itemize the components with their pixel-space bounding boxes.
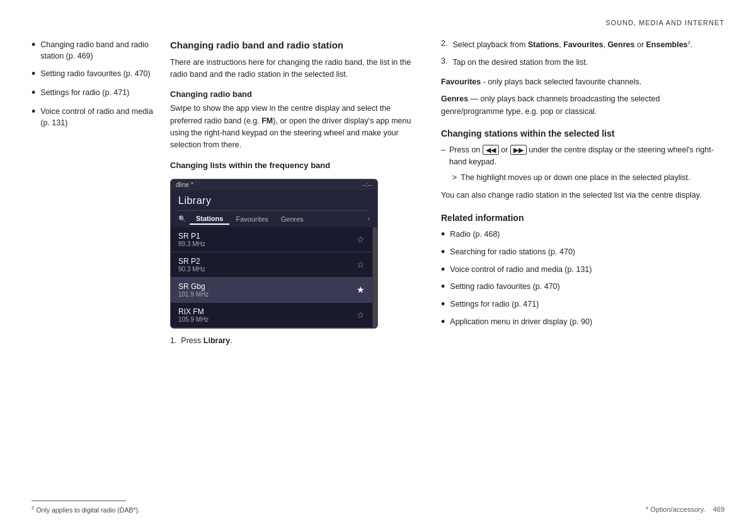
header-title: SOUND, MEDIA AND INTERNET <box>605 19 724 26</box>
extra-para: You can also change radio station in the… <box>441 190 724 201</box>
related-title: Related information <box>441 212 724 224</box>
footnote: 2 Only applies to digital radio (DAB*). <box>32 505 724 514</box>
screen-top-left: dline * <box>176 181 193 188</box>
station-name: SR Gbg <box>178 282 209 291</box>
list-item: Setting radio favourites (p. 470) <box>441 281 724 293</box>
list-item: Voice control of radio and media (p. 131… <box>441 264 724 276</box>
related-list: Radio (p. 468) Searching for radio stati… <box>441 229 724 329</box>
search-icon: 🔍 <box>178 215 186 222</box>
star-icon: ☆ <box>357 259 365 269</box>
section2-title: Changing stations within the selected li… <box>441 128 724 139</box>
list-item-text: Voice control of radio and media (p. 131… <box>450 264 592 275</box>
footnote-text-content: Only applies to digital radio (DAB*). <box>36 506 140 513</box>
step3-number: 3. <box>441 57 447 65</box>
caption: 1. Press Library. <box>170 335 416 347</box>
mid-column: Changing radio band and radio station Th… <box>170 39 435 347</box>
list-item-text: Application menu in driver display (p. 9… <box>450 316 592 327</box>
station-freq: 101.9 MHz <box>178 291 209 298</box>
screen-station-item-selected[interactable]: SR Gbg 101.9 MHz ★ <box>171 278 372 303</box>
sub1-body: Swipe to show the app view in the centre… <box>170 103 416 152</box>
superscript-2: 2 <box>688 40 690 45</box>
list-item-text: Setting radio favourites (p. 470) <box>40 68 150 79</box>
list-item-text: Setting radio favourites (p. 470) <box>450 281 559 292</box>
favourites-label: Favourites <box>441 77 481 86</box>
screen-station-list: SR P1 89.3 MHz ☆ SR P2 90.3 MHz ☆ <box>171 227 372 328</box>
list-item: Setting radio favourites (p. 470) <box>32 68 158 81</box>
list-item-text: Changing radio band and radio station (p… <box>40 39 158 62</box>
step2-number: 2. <box>441 39 447 48</box>
step-3: 3. Tap on the desired station from the l… <box>441 57 724 69</box>
station-name: SR P2 <box>178 257 205 266</box>
screen-station-item[interactable]: SR P2 90.3 MHz ☆ <box>171 252 372 278</box>
list-item-text: Searching for radio stations (p. 470) <box>450 246 575 258</box>
favourites-note: Favourites - only plays back selected fa… <box>441 76 724 88</box>
list-item-text: Settings for radio (p. 471) <box>450 298 539 310</box>
screen-tab-favourites[interactable]: Favourites <box>229 214 274 224</box>
toc-list: Changing radio band and radio station (p… <box>32 39 158 128</box>
page-header: SOUND, MEDIA AND INTERNET <box>32 19 724 26</box>
star-icon: ☆ <box>357 310 365 320</box>
station-freq: 105.9 MHz <box>178 316 209 323</box>
screen-tab-stations[interactable]: Stations <box>190 213 229 225</box>
left-column: Changing radio band and radio station (p… <box>32 39 170 347</box>
list-item-text: Settings for radio (p. 471) <box>40 87 129 98</box>
screen-mockup: dline * --:-- Library 🔍 Stations Favouri… <box>170 179 378 329</box>
footnote-number: 2 <box>32 505 34 511</box>
station-name: RIX FM <box>178 307 209 316</box>
step-2: 2. Select playback from Stations, Favour… <box>441 39 724 52</box>
screen-top-right: --:-- <box>362 181 372 188</box>
intro-paragraph: There are instructions here for changing… <box>170 57 416 81</box>
page-number: 469 <box>713 506 724 513</box>
screen-list-container: SR P1 89.3 MHz ☆ SR P2 90.3 MHz ☆ <box>171 227 377 328</box>
screen-tab-arrow: › <box>368 215 370 222</box>
list-item: Changing radio band and radio station (p… <box>32 39 158 62</box>
screen-library-title: Library <box>178 195 370 207</box>
screen-tab-genres[interactable]: Genres <box>275 214 310 224</box>
genres-text: — only plays back channels broadcasting … <box>441 94 660 115</box>
list-item-text: Voice control of radio and media (p. 131… <box>40 106 158 128</box>
screen-scrollbar <box>372 227 377 328</box>
list-item: Application menu in driver display (p. 9… <box>441 316 724 329</box>
station-name: SR P1 <box>178 232 205 241</box>
arrow-item: > The highlight moves up or down one pla… <box>452 172 724 184</box>
step2-text: Select playback from Stations, Favourite… <box>452 39 692 52</box>
screen-tabs: 🔍 Stations Favourites Genres › <box>178 210 370 225</box>
sub1-title: Changing radio band <box>170 89 416 99</box>
dash-item: – Press on ◀◀ or ▶▶ under the centre dis… <box>441 144 724 168</box>
main-section-title: Changing radio band and radio station <box>170 39 416 52</box>
footnote-divider <box>32 501 126 501</box>
genres-note: Genres — only plays back channels broadc… <box>441 93 724 118</box>
star-filled-icon: ★ <box>357 285 365 295</box>
page-note: * Option/accessory. <box>646 506 706 513</box>
genres-label: Genres <box>441 94 468 103</box>
arrow-symbol: > <box>452 172 457 184</box>
station-freq: 89.3 MHz <box>178 241 205 247</box>
page-footer: 2 Only applies to digital radio (DAB*). <box>32 501 724 514</box>
list-item-text: Radio (p. 468) <box>450 229 500 240</box>
star-icon: ☆ <box>357 234 365 244</box>
station-freq: 90.3 MHz <box>178 266 205 273</box>
list-item: Settings for radio (p. 471) <box>441 298 724 311</box>
next-button-icon: ▶▶ <box>510 145 527 155</box>
favourites-text: - only plays back selected favourite cha… <box>483 77 642 86</box>
step3-text: Tap on the desired station from the list… <box>452 57 588 69</box>
dash-symbol: – <box>441 144 445 156</box>
sub2-title: Changing lists within the frequency band <box>170 161 416 170</box>
screen-top-bar: dline * --:-- <box>171 179 377 190</box>
list-item: Searching for radio stations (p. 470) <box>441 246 724 259</box>
arrow-text: The highlight moves up or down one place… <box>461 172 690 184</box>
screen-library-header: Library 🔍 Stations Favourites Genres › <box>171 190 377 227</box>
screen-station-item[interactable]: SR P1 89.3 MHz ☆ <box>171 227 372 252</box>
screen-station-item[interactable]: RIX FM 105.9 MHz ☆ <box>171 303 372 328</box>
list-item: Settings for radio (p. 471) <box>32 87 158 99</box>
list-item: Voice control of radio and media (p. 131… <box>32 106 158 128</box>
dash-text: Press on ◀◀ or ▶▶ under the centre displ… <box>449 144 724 168</box>
prev-button-icon: ◀◀ <box>483 145 499 155</box>
right-column: 2. Select playback from Stations, Favour… <box>435 39 724 347</box>
list-item: Radio (p. 468) <box>441 229 724 241</box>
page-number-section: * Option/accessory. 469 <box>646 506 724 513</box>
